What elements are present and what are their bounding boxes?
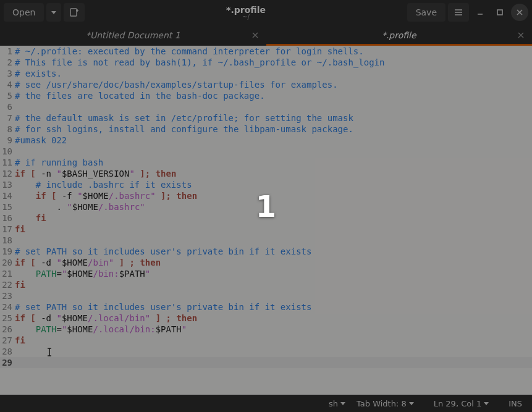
line-content[interactable]: # set PATH so it includes user's private…: [15, 246, 532, 257]
insert-mode-toggle[interactable]: INS: [505, 399, 526, 408]
tab-width-selector[interactable]: Tab Width: 8: [353, 399, 418, 408]
document-tab-label: *.profile: [382, 30, 416, 40]
line-number: 1: [0, 46, 15, 57]
code-line[interactable]: 18: [0, 235, 532, 246]
open-button[interactable]: Open: [4, 3, 44, 22]
code-line[interactable]: 2# This file is not read by bash(1), if …: [0, 57, 532, 68]
line-number: 16: [0, 212, 15, 224]
code-line[interactable]: 1# ~/.profile: executed by the command i…: [0, 46, 532, 57]
close-icon: [518, 32, 524, 38]
source-editor[interactable]: 1# ~/.profile: executed by the command i…: [0, 46, 532, 395]
code-line[interactable]: 7# the default umask is set in /etc/prof…: [0, 112, 532, 124]
line-number: 13: [0, 179, 15, 190]
line-content[interactable]: if [ -d "$HOME/bin" ] ; then: [15, 257, 532, 268]
line-number: 23: [0, 290, 15, 301]
line-content[interactable]: # for ssh logins, install and configure …: [15, 124, 532, 135]
code-line[interactable]: 21 PATH="$HOME/bin:$PATH": [0, 268, 532, 279]
line-content[interactable]: fi: [15, 335, 532, 346]
line-content[interactable]: [15, 146, 532, 157]
line-content[interactable]: [15, 101, 532, 112]
code-line[interactable]: 11# if running bash: [0, 157, 532, 168]
maximize-icon: [496, 8, 504, 17]
tab-close-button[interactable]: [516, 30, 526, 40]
code-line[interactable]: 29: [0, 357, 532, 368]
code-line[interactable]: 26 PATH="$HOME/.local/bin:$PATH": [0, 324, 532, 335]
line-content[interactable]: [15, 290, 532, 301]
code-line[interactable]: 24# set PATH so it includes user's priva…: [0, 301, 532, 313]
code-line[interactable]: 17fi: [0, 224, 532, 235]
code-line[interactable]: 19# set PATH so it includes user's priva…: [0, 246, 532, 257]
cursor-position-selector[interactable]: Ln 29, Col 1: [430, 399, 492, 408]
code-line[interactable]: 9#umask 022: [0, 135, 532, 146]
line-content[interactable]: if [ -f "$HOME/.bashrc" ]; then: [15, 190, 532, 201]
save-button[interactable]: Save: [407, 3, 445, 22]
code-line[interactable]: 22fi: [0, 279, 532, 290]
document-tabs: *Untitled Document 1*.profile: [0, 25, 532, 46]
code-line[interactable]: 15 . "$HOME/.bashrc": [0, 201, 532, 212]
language-label: sh: [329, 399, 338, 408]
line-content[interactable]: fi: [15, 224, 532, 235]
line-content[interactable]: # include .bashrc if it exists: [15, 179, 532, 190]
line-content[interactable]: fi: [15, 212, 532, 224]
line-content[interactable]: # the default umask is set in /etc/profi…: [15, 112, 532, 124]
minimize-button[interactable]: [471, 3, 489, 22]
line-content[interactable]: # if running bash: [15, 157, 532, 168]
new-tab-button[interactable]: [64, 3, 85, 22]
statusbar: sh Tab Width: 8 Ln 29, Col 1 INS: [0, 395, 532, 412]
line-content[interactable]: # This file is not read by bash(1), if ~…: [15, 57, 532, 68]
code-line[interactable]: 10: [0, 146, 532, 157]
svg-rect-7: [497, 10, 502, 15]
maximize-button[interactable]: [491, 3, 509, 22]
open-recent-dropdown[interactable]: [46, 3, 61, 22]
code-line[interactable]: 27fi: [0, 335, 532, 346]
hamburger-menu-button[interactable]: [448, 3, 469, 22]
language-selector[interactable]: sh: [325, 399, 349, 408]
line-number: 19: [0, 246, 15, 257]
code-line[interactable]: 25if [ -d "$HOME/.local/bin" ] ; then: [0, 313, 532, 324]
tab-close-button[interactable]: [250, 30, 260, 40]
line-content[interactable]: if [ -d "$HOME/.local/bin" ] ; then: [15, 313, 532, 324]
line-content[interactable]: PATH="$HOME/bin:$PATH": [15, 268, 532, 279]
line-number: 6: [0, 101, 15, 112]
line-content[interactable]: [15, 346, 532, 357]
line-content[interactable]: # see /usr/share/doc/bash/examples/start…: [15, 79, 532, 90]
line-content[interactable]: # the files are located in the bash-doc …: [15, 90, 532, 101]
code-line[interactable]: 28: [0, 346, 532, 357]
code-body[interactable]: 1# ~/.profile: executed by the command i…: [0, 46, 532, 368]
document-tab[interactable]: *Untitled Document 1: [0, 25, 266, 46]
code-line[interactable]: 23: [0, 290, 532, 301]
code-line[interactable]: 8# for ssh logins, install and configure…: [0, 124, 532, 135]
line-number: 29: [0, 357, 15, 368]
document-tab[interactable]: *.profile: [266, 25, 533, 46]
line-content[interactable]: [15, 235, 532, 246]
line-number: 5: [0, 90, 15, 101]
line-content[interactable]: PATH="$HOME/.local/bin:$PATH": [15, 324, 532, 335]
line-content[interactable]: #umask 022: [15, 135, 532, 146]
code-line[interactable]: 13 # include .bashrc if it exists: [0, 179, 532, 190]
line-number: 25: [0, 313, 15, 324]
line-content[interactable]: # exists.: [15, 68, 532, 79]
line-number: 26: [0, 324, 15, 335]
code-line[interactable]: 6: [0, 101, 532, 112]
line-content[interactable]: . "$HOME/.bashrc": [15, 201, 532, 212]
line-number: 21: [0, 268, 15, 279]
line-number: 2: [0, 57, 15, 68]
code-line[interactable]: 3# exists.: [0, 68, 532, 79]
code-line[interactable]: 16 fi: [0, 212, 532, 224]
line-number: 18: [0, 235, 15, 246]
code-line[interactable]: 4# see /usr/share/doc/bash/examples/star…: [0, 79, 532, 90]
code-line[interactable]: 12if [ -n "$BASH_VERSION" ]; then: [0, 168, 532, 179]
line-content[interactable]: [15, 357, 532, 368]
line-content[interactable]: fi: [15, 279, 532, 290]
code-line[interactable]: 5# the files are located in the bash-doc…: [0, 90, 532, 101]
code-line[interactable]: 20if [ -d "$HOME/bin" ] ; then: [0, 257, 532, 268]
line-number: 20: [0, 257, 15, 268]
line-content[interactable]: # set PATH so it includes user's private…: [15, 301, 532, 313]
titlebar: Open *.profile ~/ Save: [0, 0, 532, 25]
line-number: 15: [0, 201, 15, 212]
line-content[interactable]: if [ -n "$BASH_VERSION" ]; then: [15, 168, 532, 179]
tab-width-label: Tab Width: 8: [357, 399, 407, 408]
close-button[interactable]: [511, 4, 528, 21]
line-content[interactable]: # ~/.profile: executed by the command in…: [15, 46, 532, 57]
code-line[interactable]: 14 if [ -f "$HOME/.bashrc" ]; then: [0, 190, 532, 201]
